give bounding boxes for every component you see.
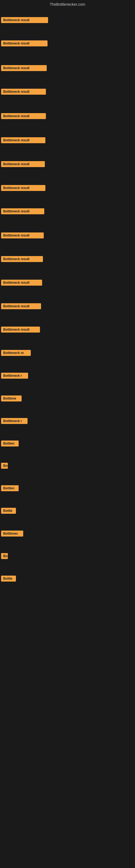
bottleneck-result-label[interactable]: Bottleneck result — [1, 280, 42, 286]
result-row: Bottlen — [0, 484, 20, 494]
bottleneck-result-label[interactable]: Bottleneck result — [1, 17, 48, 23]
result-row: Bottleneck result — [0, 87, 47, 97]
bottleneck-result-label[interactable]: Bottleneck r — [1, 373, 28, 379]
result-row: Bottleneck result — [0, 112, 47, 122]
bottleneck-result-label[interactable]: Bottle — [1, 576, 16, 582]
bottleneck-result-label[interactable]: Bottleneck result — [1, 161, 45, 167]
bottleneck-result-label[interactable]: Bottleneck result — [1, 256, 43, 262]
bottleneck-result-label[interactable]: Bottleneck re — [1, 350, 31, 356]
result-row: Bottleneck result — [0, 63, 48, 74]
result-row: Bo — [0, 461, 9, 471]
bottleneck-result-label[interactable]: Bottlen — [1, 485, 18, 491]
bottleneck-result-label[interactable]: Bottleneck result — [1, 89, 46, 95]
result-row: Bottlen — [0, 439, 20, 449]
bottleneck-result-label[interactable]: Bottleneck result — [1, 113, 46, 119]
result-row: Bottle — [0, 506, 17, 517]
result-row: Bottleneck result — [0, 278, 43, 288]
result-row: Bottleneck re — [0, 348, 32, 359]
result-row: Bottleneck result — [0, 183, 46, 194]
bottleneck-result-label[interactable]: Bottleneck result — [1, 185, 45, 191]
result-row: Bottleneck r — [0, 416, 29, 427]
result-row: Bottleneck result — [0, 16, 49, 26]
bottleneck-result-label[interactable]: Bottleneck result — [1, 327, 40, 333]
bottleneck-result-label[interactable]: Bottleneck result — [1, 208, 44, 214]
bottleneck-result-label[interactable]: Bottleneck result — [1, 65, 47, 71]
bottleneck-result-label[interactable]: Bottleneck result — [1, 40, 48, 46]
bottleneck-result-label[interactable]: Bottleneck result — [1, 137, 45, 143]
result-row: Bottleneck result — [0, 207, 45, 217]
result-row: Bottleneck result — [0, 39, 49, 49]
bottleneck-result-label[interactable]: Bo — [1, 463, 8, 469]
result-row: Bottlenec — [0, 529, 24, 539]
result-row: Bottleneck result — [0, 135, 46, 146]
result-row: Bottleneck result — [0, 231, 45, 241]
result-row: Bottle — [0, 574, 17, 584]
bottleneck-result-label[interactable]: Bottlenec — [1, 531, 23, 536]
site-title: TheBottlenecker.com — [0, 0, 135, 8]
result-row: Bottleneck result — [0, 159, 46, 170]
result-row: Bottleneck r — [0, 371, 29, 381]
bottleneck-result-label[interactable]: Bottlen — [1, 440, 18, 446]
result-row: Bo — [0, 552, 9, 562]
result-row: Bottleneck result — [0, 302, 42, 312]
bottleneck-result-label[interactable]: Bottleneck r — [1, 418, 28, 424]
bottleneck-result-label[interactable]: Bottlene — [1, 396, 21, 401]
bottleneck-result-label[interactable]: Bottle — [1, 508, 16, 514]
bottleneck-result-label[interactable]: Bottleneck result — [1, 303, 41, 309]
bottleneck-result-label[interactable]: Bo — [1, 553, 8, 559]
result-row: Bottleneck result — [0, 254, 44, 265]
site-header: TheBottlenecker.com — [0, 0, 135, 8]
result-row: Bottlene — [0, 394, 23, 404]
bottleneck-result-label[interactable]: Bottleneck result — [1, 232, 44, 239]
result-row: Bottleneck result — [0, 325, 41, 335]
